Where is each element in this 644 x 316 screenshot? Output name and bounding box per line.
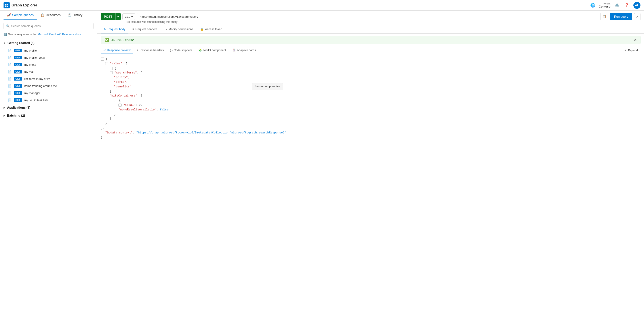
- list-item[interactable]: 📄 GET my mail: [0, 68, 97, 75]
- tab-toolkit-component-label: Toolkit component: [203, 49, 226, 52]
- chevron-down-icon: ▼: [4, 42, 6, 44]
- tab-request-headers-label: Request headers: [136, 28, 157, 31]
- list-item[interactable]: 📄 GET items trending around me: [0, 82, 97, 89]
- line-checkbox[interactable]: [110, 67, 113, 70]
- query-label: my To Do task lists: [24, 98, 48, 102]
- tab-adaptive-cards[interactable]: 🃏 Adaptive cards: [230, 47, 258, 54]
- api-reference-link[interactable]: Microsoft Graph API Reference docs.: [38, 33, 81, 36]
- code-text: "moreResultsAvailable": false: [118, 108, 640, 112]
- expand-icon: ⤢: [624, 49, 627, 52]
- category-getting-started-label: Getting Started (8): [8, 41, 34, 45]
- code-line: {: [101, 98, 640, 103]
- line-checkbox[interactable]: [118, 104, 122, 107]
- settings-button[interactable]: ⚙️: [614, 2, 620, 8]
- tab-access-token-label: Access token: [205, 28, 222, 31]
- sidebar-tab-sample-queries[interactable]: 🚀 Sample queries: [4, 11, 37, 20]
- line-checkbox[interactable]: [105, 62, 108, 65]
- method-dropdown-button[interactable]: ▾: [115, 13, 121, 20]
- status-close-button[interactable]: ✕: [634, 38, 637, 42]
- app-icon: [4, 2, 10, 9]
- status-ok: ✅ OK - 200 - 420 ms: [104, 38, 134, 42]
- query-doc-icon: 📄: [8, 91, 12, 95]
- code-line: "perks",: [101, 80, 640, 85]
- avatar[interactable]: AL: [634, 2, 640, 9]
- method-badge-get: GET: [14, 49, 22, 52]
- run-query-button[interactable]: Run query: [610, 13, 632, 20]
- lock-icon: 🔒: [200, 28, 204, 31]
- globe-icon[interactable]: 🌐: [590, 3, 595, 8]
- tab-request-headers[interactable]: ≡ Request headers: [129, 25, 160, 33]
- app-title: Graph Explorer: [12, 3, 37, 7]
- code-line: {: [101, 57, 640, 62]
- code-line: {: [101, 66, 640, 71]
- category-batching-label: Batching (2): [7, 114, 25, 117]
- code-line: }: [101, 112, 640, 117]
- help-button[interactable]: ❓: [624, 2, 630, 8]
- tab-modify-permissions[interactable]: 🛡 Modify permissions: [161, 25, 196, 33]
- search-box: 🔍: [4, 23, 94, 29]
- line-checkbox[interactable]: [114, 99, 117, 102]
- expand-button[interactable]: ⤢ Expand: [622, 47, 640, 54]
- rocket-icon: 🚀: [7, 13, 11, 17]
- code-text: "@odata.context": "https://graph.microso…: [105, 130, 640, 135]
- resources-icon: 📋: [41, 13, 44, 17]
- query-doc-icon: 📄: [8, 98, 12, 102]
- code-line: ]: [101, 117, 640, 121]
- tab-access-token[interactable]: 🔒 Access token: [197, 25, 225, 33]
- list-item[interactable]: 📄 GET list items in my drive: [0, 75, 97, 82]
- info-bar: ℹ️ See more queries in the Microsoft Gra…: [0, 32, 97, 38]
- sidebar-tab-resources-label: Resources: [46, 13, 60, 17]
- query-list: ▼ Getting Started (8) 📄 GET my profile 📄…: [0, 38, 97, 316]
- method-button[interactable]: POST: [101, 13, 115, 20]
- code-line: "moreResultsAvailable": false: [101, 108, 640, 112]
- code-line: ],: [101, 89, 640, 94]
- tenant-name: Contoso: [599, 5, 610, 8]
- query-doc-icon: 📄: [8, 77, 12, 81]
- copy-url-icon[interactable]: 📋: [600, 13, 608, 20]
- tab-code-snippets[interactable]: { } Code snippets: [167, 47, 195, 54]
- code-text: ],: [110, 89, 640, 94]
- code-line: "policy",: [101, 75, 640, 80]
- list-item[interactable]: 📄 GET my profile: [0, 47, 97, 54]
- top-nav-left: Graph Explorer: [4, 2, 37, 9]
- tab-response-headers[interactable]: ≡ Response headers: [134, 47, 166, 54]
- share-button[interactable]: ↗: [634, 13, 640, 20]
- top-nav: Graph Explorer 🌐 Tenant Contoso ⚙️ ❓ AL: [0, 0, 644, 11]
- category-batching[interactable]: ▶ Batching (2): [0, 111, 97, 119]
- line-checkbox[interactable]: [110, 71, 113, 74]
- sidebar: 🚀 Sample queries 📋 Resources 🕐 History 🔍…: [0, 11, 97, 316]
- list-item[interactable]: 📄 GET my photo: [0, 61, 97, 68]
- category-getting-started[interactable]: ▼ Getting Started (8): [0, 39, 97, 47]
- list-item[interactable]: 📄 GET my manager: [0, 89, 97, 96]
- odata-context-link[interactable]: "https://graph.microsoft.com/v1.0/$metad…: [136, 131, 286, 134]
- code-text: "total": 0,: [123, 103, 640, 108]
- arrow-right-icon: ➤: [104, 28, 106, 31]
- method-badge-get: GET: [14, 91, 22, 95]
- info-icon: ℹ️: [4, 33, 7, 36]
- code-line: }: [101, 135, 640, 140]
- query-label: list items in my drive: [24, 77, 50, 81]
- list-item[interactable]: 📄 GET my To Do task lists: [0, 96, 97, 104]
- tab-response-preview[interactable]: ↩ Response preview: [101, 47, 133, 54]
- code-text: "value": [: [110, 62, 640, 66]
- code-text: "searchTerms": [: [114, 71, 640, 75]
- method-badge-get: GET: [14, 63, 22, 66]
- url-input[interactable]: [137, 13, 601, 20]
- category-applications[interactable]: ▶ Applications (8): [0, 104, 97, 111]
- tab-response-headers-label: Response headers: [140, 49, 164, 52]
- code-line: "benefits": [101, 85, 640, 89]
- tab-toolkit-component[interactable]: 🧩 Toolkit component: [196, 47, 229, 54]
- arrow-left-icon: ↩: [104, 49, 106, 52]
- code-text: "perks",: [114, 80, 640, 85]
- tab-request-body[interactable]: ➤ Request body: [101, 25, 128, 33]
- line-checkbox[interactable]: [101, 58, 104, 61]
- version-selector[interactable]: v1.0 ▾: [122, 14, 135, 20]
- expand-label: Expand: [628, 49, 638, 52]
- sidebar-tab-history[interactable]: 🕐 History: [64, 11, 86, 20]
- query-doc-icon: 📄: [8, 84, 12, 88]
- sidebar-tab-resources[interactable]: 📋 Resources: [37, 11, 64, 20]
- code-line: "value": [: [101, 62, 640, 66]
- list-item[interactable]: 📄 GET my profile (beta): [0, 54, 97, 61]
- method-badge-get: GET: [14, 98, 22, 102]
- search-input[interactable]: [11, 24, 91, 28]
